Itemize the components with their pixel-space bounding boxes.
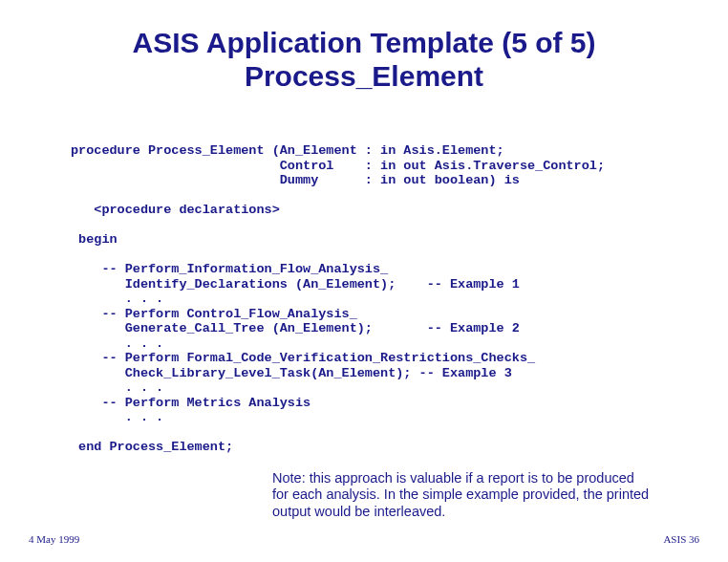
title-line-1: ASIS Application Template (5 of 5) bbox=[0, 27, 728, 60]
footer-page: ASIS 36 bbox=[663, 533, 699, 545]
slide: ASIS Application Template (5 of 5) Proce… bbox=[0, 0, 728, 562]
note-text: Note: this approach is valuable if a rep… bbox=[272, 470, 650, 520]
code-block: procedure Process_Element (An_Element : … bbox=[71, 143, 605, 455]
slide-title: ASIS Application Template (5 of 5) Proce… bbox=[0, 0, 728, 93]
footer-date: 4 May 1999 bbox=[29, 533, 79, 545]
title-line-2: Process_Element bbox=[0, 60, 728, 94]
